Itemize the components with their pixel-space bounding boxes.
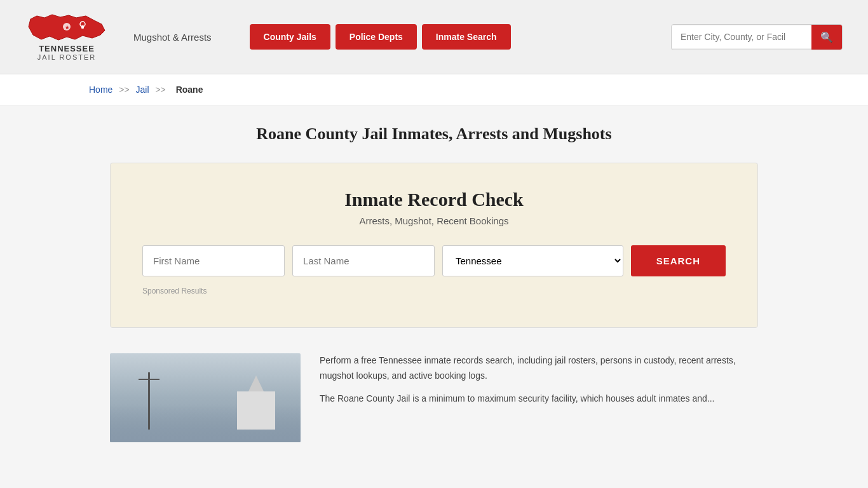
breadcrumb: Home >> Jail >> Roane xyxy=(0,74,868,105)
breadcrumb-home[interactable]: Home xyxy=(89,85,112,95)
pole-decoration xyxy=(148,372,150,430)
bottom-section: Perform a free Tennessee inmate records … xyxy=(110,353,758,442)
breadcrumb-jail[interactable]: Jail xyxy=(136,85,149,95)
jail-image xyxy=(110,353,301,442)
breadcrumb-sep1: >> xyxy=(119,85,129,95)
nav-buttons: County Jails Police Depts Inmate Search xyxy=(250,24,511,50)
logo[interactable]: ★ TENNESSEE JAIL ROSTER xyxy=(25,13,108,61)
header-search-input[interactable] xyxy=(672,25,811,48)
breadcrumb-current: Roane xyxy=(176,85,203,95)
svg-text:★: ★ xyxy=(65,25,70,30)
logo-text: TENNESSEE JAIL ROSTER xyxy=(37,44,97,61)
tennessee-map-logo: ★ xyxy=(25,13,108,41)
first-name-input[interactable] xyxy=(142,245,285,276)
mugshot-arrests-link[interactable]: Mugshot & Arrests xyxy=(133,32,212,43)
breadcrumb-sep2: >> xyxy=(155,85,165,95)
svg-rect-3 xyxy=(81,25,84,29)
sponsored-label: Sponsored Results xyxy=(142,287,726,295)
building-decoration xyxy=(237,391,275,430)
page-title: Roane County Jail Inmates, Arrests and M… xyxy=(110,125,758,144)
description-paragraph-1: Perform a free Tennessee inmate records … xyxy=(320,353,758,384)
header-search-area: 🔍 xyxy=(671,24,843,50)
last-name-input[interactable] xyxy=(292,245,435,276)
police-depts-button[interactable]: Police Depts xyxy=(336,24,417,50)
main-content: Roane County Jail Inmates, Arrests and M… xyxy=(85,105,783,461)
state-select[interactable]: Tennessee Alabama Alaska Arizona Arkansa… xyxy=(442,245,623,276)
description-text: Perform a free Tennessee inmate records … xyxy=(320,353,758,414)
record-check-subtitle: Arrests, Mugshot, Recent Bookings xyxy=(142,215,726,226)
description-paragraph-2: The Roane County Jail is a minimum to ma… xyxy=(320,391,758,407)
logo-title: TENNESSEE xyxy=(37,44,97,53)
header-search-button[interactable]: 🔍 xyxy=(811,25,842,50)
header: ★ TENNESSEE JAIL ROSTER Mugshot & Arrest… xyxy=(0,0,868,74)
county-jails-button[interactable]: County Jails xyxy=(250,24,330,50)
inmate-search-form: Tennessee Alabama Alaska Arizona Arkansa… xyxy=(142,245,726,276)
inmate-search-submit[interactable]: SEARCH xyxy=(631,245,726,276)
inmate-search-button[interactable]: Inmate Search xyxy=(422,24,511,50)
record-check-title: Inmate Record Check xyxy=(142,189,726,210)
logo-subtitle: JAIL ROSTER xyxy=(37,53,97,61)
record-check-box: Inmate Record Check Arrests, Mugshot, Re… xyxy=(110,163,758,328)
